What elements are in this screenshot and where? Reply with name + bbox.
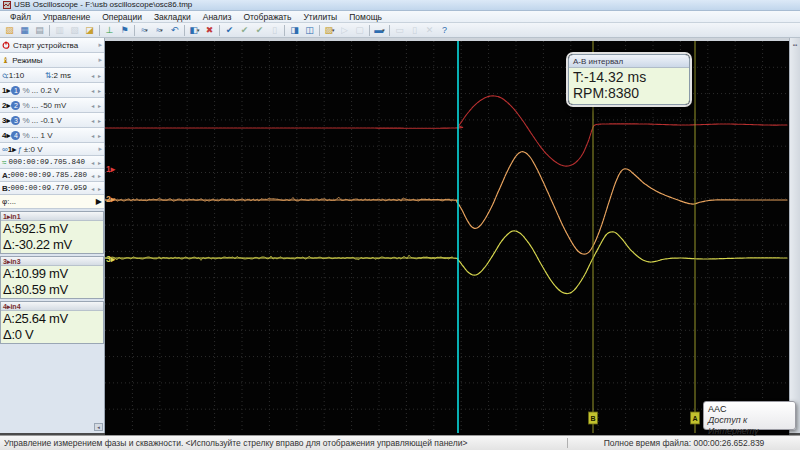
measurement-panel-1: 1▸in1A:592.5 mVΔ:-30.22 mV <box>0 211 104 254</box>
play-bookmark-icon: ▷ <box>341 25 348 35</box>
chevron-right-icon[interactable]: ▸ <box>98 41 102 49</box>
dropdown-caret-icon[interactable]: ▾ <box>145 27 148 33</box>
measurement-panel-header: 3▸in3 <box>1 257 103 266</box>
dropdown-caret-icon[interactable]: ▾ <box>160 27 163 33</box>
save-button[interactable]: ▦ <box>18 24 32 37</box>
phase-row[interactable]: φ:... ▶ <box>0 195 104 209</box>
open-file-icon: ▨ <box>5 25 14 35</box>
strip-grip-icon: ▪▪ <box>791 42 799 48</box>
channel-row-4[interactable]: 4▸4%... 1 V◂ ▸ <box>0 128 104 143</box>
start-device-label: Старт устройства <box>13 41 78 50</box>
row-spinner[interactable]: ◂ ▸ <box>91 72 102 79</box>
signal-a-button[interactable]: ≈▾ <box>138 24 152 37</box>
time-value: 000:00:09.770.959 <box>10 184 87 192</box>
cursor-b-time-row[interactable]: B:000:00:09.770.959◂ ▸ <box>0 182 104 195</box>
cursor-a-time-row[interactable]: A:000:00:09.785.280◂ ▸ <box>0 169 104 182</box>
signal-b-button[interactable]: ≈▾ <box>153 24 167 37</box>
aac-tooltip-title: AAC <box>708 404 791 415</box>
svg-text:B: B <box>590 415 595 422</box>
channel-label-1[interactable]: 1▸ <box>106 164 116 174</box>
menu-item-2[interactable]: Управление <box>37 11 96 23</box>
panel-collapse-strip[interactable]: ▪▪ <box>789 38 800 433</box>
row-spinner[interactable]: ◂ ▸ <box>91 132 102 139</box>
undo-icon: ↶ <box>171 25 179 35</box>
timebase-value: :2 ms <box>51 71 71 80</box>
help-button[interactable]: ? <box>438 24 452 37</box>
dropdown-caret-icon[interactable]: ▾ <box>382 27 385 33</box>
time-value: 000:00:09.705.840 <box>8 158 85 166</box>
modes-row[interactable]: ♝ Режимы ▸ <box>0 53 104 68</box>
channel-label-2[interactable]: 2▸ <box>106 194 116 204</box>
toolbar-separator <box>369 25 370 36</box>
function-icon: ƒ <box>17 145 21 154</box>
row-spinner[interactable]: ◂ ▸ <box>91 117 102 124</box>
list-bookmarks-button[interactable]: ▬▾ <box>373 24 387 37</box>
row-spinner[interactable]: ◂ ▸ <box>91 102 102 109</box>
open-file-button[interactable]: ▨ <box>3 24 17 37</box>
dropdown-caret-icon[interactable]: ▾ <box>197 27 200 33</box>
channel-rows: 1▸1%... 0.2 V◂ ▸2▸2%... -50 mV◂ ▸3▸3%...… <box>0 83 104 143</box>
channel-number: 2▸ <box>2 101 10 110</box>
row-spinner[interactable]: ◂ ▸ <box>91 172 102 179</box>
check-green-1-button[interactable]: ✔ <box>238 24 252 37</box>
export-icon: ◪ <box>85 25 94 35</box>
current-time-row[interactable]: ≈000:00:09.705.840◂ ▸ <box>0 156 104 169</box>
close-view-button: ✕ <box>423 24 437 37</box>
phase-expand-arrow[interactable]: ▶ <box>96 197 102 206</box>
menu-item-1[interactable]: Файл <box>4 11 37 23</box>
time-rows: ≈000:00:09.705.840◂ ▸A:000:00:09.785.280… <box>0 156 104 195</box>
check-blue-icon: ✔ <box>226 25 234 35</box>
image-2-icon: ▯ <box>412 25 417 35</box>
save-icon: ▦ <box>20 25 29 35</box>
channel-badge: 4 <box>11 131 20 140</box>
menu-item-7[interactable]: Утилиты <box>297 11 343 23</box>
dropdown-caret-icon[interactable]: ▾ <box>332 27 335 33</box>
zoom-value: :1:10 <box>6 71 24 80</box>
measurement-panel-header: 1▸in1 <box>1 212 103 221</box>
clear-region-button[interactable]: ✖ <box>203 24 217 37</box>
channel-row-2[interactable]: 2▸2%... -50 mV◂ ▸ <box>0 98 104 113</box>
channel-row-1[interactable]: 1▸1%... 0.2 V◂ ▸ <box>0 83 104 98</box>
toolbar-separator <box>99 25 100 36</box>
row-spinner[interactable]: ◂ ▸ <box>91 159 102 166</box>
start-device-row[interactable]: Старт устройства ▸ <box>0 38 104 53</box>
search-chart-button[interactable]: ◫ <box>303 24 317 37</box>
menu-item-4[interactable]: Закладки <box>148 11 197 23</box>
ab-rpm-value: RPM:8380 <box>573 85 685 101</box>
channel-row-3[interactable]: 3▸3%... -0.1 V◂ ▸ <box>0 113 104 128</box>
signal-icon: ≈ <box>2 158 6 167</box>
chevron-right-icon[interactable]: ▸ <box>98 145 102 153</box>
channel-range-value: ... 0.2 V <box>32 86 60 95</box>
open-bookmarks-button[interactable]: ▨▾ <box>323 24 337 37</box>
row-spinner[interactable]: ◂ ▸ <box>91 87 102 94</box>
zoom-timebase-row[interactable]: ϙ:1:10 ⇅:2 ms ◂ ▸ <box>0 68 104 83</box>
menu-item-6[interactable]: Отображать <box>237 11 297 23</box>
close-view-icon: ✕ <box>426 25 434 35</box>
check-green-2-button[interactable]: ✔ <box>253 24 267 37</box>
channel-range-value: ... -0.1 V <box>32 116 62 125</box>
channel-range-value: ... -50 mV <box>32 101 67 110</box>
measurement-panel-3: 4▸in4A:25.64 mVΔ:0 V <box>0 301 104 344</box>
chevron-right-icon[interactable]: ▸ <box>98 56 102 64</box>
toolbar: ▨▦▤▥▧◪⊥⚑≈▾≈▾↶◧▾✖✔✔✔▯◨◫▨▾▷▢▬▾▭▯✕? <box>0 23 800 38</box>
channel-label-3[interactable]: 3▸ <box>106 254 116 264</box>
marker-a-flag[interactable]: A <box>691 41 700 433</box>
zoom-region-button[interactable]: ◧▾ <box>188 24 202 37</box>
view-chart-button[interactable]: ◨ <box>288 24 302 37</box>
sidebar-scroll-left-button[interactable]: ◂ <box>94 423 103 431</box>
undo-button[interactable]: ↶ <box>168 24 182 37</box>
measurement-delta-value: Δ:0 V <box>1 327 103 343</box>
toolbar-separator <box>219 25 220 36</box>
menu-item-3[interactable]: Операции <box>96 11 148 23</box>
menu-item-8[interactable]: Помощь <box>343 11 388 23</box>
sync-row[interactable]: ∞ 1▸ ƒ ±:0 V ▸ <box>0 143 104 156</box>
print-button[interactable]: ▤ <box>33 24 47 37</box>
export-button[interactable]: ◪ <box>83 24 97 37</box>
measure-level-button[interactable]: ⊥ <box>103 24 117 37</box>
row-spinner[interactable]: ◂ ▸ <box>91 185 102 192</box>
cursor-label: A: <box>2 171 10 180</box>
check-blue-button[interactable]: ✔ <box>223 24 237 37</box>
title-bar: USB Oscilloscope - F:\usb oscilloscope\o… <box>0 0 800 11</box>
menu-item-5[interactable]: Анализ <box>197 11 238 23</box>
marker-flag-button[interactable]: ⚑ <box>118 24 132 37</box>
